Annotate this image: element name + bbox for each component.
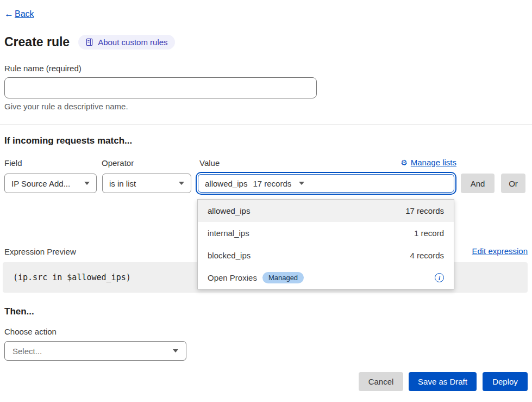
value-label: Value [199,158,220,168]
back-label: Back [15,9,34,19]
page-title: Create rule [4,35,70,50]
then-section-heading: Then... [4,306,34,317]
value-select[interactable]: allowed_ips 17 records [198,174,454,193]
manage-lists-link[interactable]: ⚙ Manage lists [400,158,456,167]
deploy-button[interactable]: Deploy [483,372,528,391]
list-item-meta: 17 records [405,206,444,215]
match-section-heading: If incoming requests match... [4,135,132,146]
field-select[interactable]: IP Source Add... [4,174,97,193]
operator-label: Operator [102,158,134,168]
list-item-allowed-ips[interactable]: allowed_ips 17 records [198,200,454,222]
list-item-name: Open Proxies [208,273,257,282]
left-arrow-icon: ← [4,9,14,20]
or-button[interactable]: Or [501,174,525,193]
managed-badge: Managed [262,272,304,283]
chevron-down-icon [179,182,184,185]
list-item-name: allowed_ips [208,206,250,215]
value-dropdown-panel: allowed_ips 17 records internal_ips 1 re… [197,199,454,289]
operator-select[interactable]: is in list [102,174,191,193]
about-custom-rules-link[interactable]: About custom rules [78,35,174,50]
rule-name-input[interactable] [4,77,317,98]
info-icon[interactable]: i [435,273,444,282]
edit-expression-link[interactable]: Edit expression [472,246,528,256]
section-divider [0,125,532,125]
choose-action-label: Choose action [4,327,57,336]
and-button[interactable]: And [461,174,495,193]
list-item-meta: 4 records [410,251,444,260]
expression-code: (ip.src in $allowed_ips) [13,273,131,282]
chevron-down-icon [173,349,178,352]
list-item-open-proxies[interactable]: Open Proxies Managed i [198,267,454,289]
cancel-button[interactable]: Cancel [359,372,403,391]
action-select-placeholder: Select... [12,347,173,356]
action-select[interactable]: Select... [4,341,186,361]
field-select-value: IP Source Add... [11,179,84,188]
manage-lists-label: Manage lists [411,158,456,167]
gear-icon: ⚙ [400,158,408,167]
save-as-draft-button[interactable]: Save as Draft [409,372,477,391]
value-select-value: allowed_ips [205,179,247,188]
value-select-meta: 17 records [253,179,291,188]
back-link[interactable]: ← Back [4,9,34,20]
list-item-name: internal_ips [208,228,249,238]
rule-name-helper: Give your rule a descriptive name. [4,102,128,111]
list-item-name: blocked_ips [208,251,251,260]
operator-select-value: is in list [109,179,179,188]
rule-name-label: Rule name (required) [4,64,82,73]
list-item-internal-ips[interactable]: internal_ips 1 record [198,222,454,244]
chevron-down-icon [84,182,90,185]
page-header: Create rule About custom rules [4,35,175,50]
list-item-blocked-ips[interactable]: blocked_ips 4 records [198,244,454,267]
list-item-meta: 1 record [414,228,444,238]
about-badge-label: About custom rules [98,38,167,47]
field-label: Field [4,158,22,168]
book-icon [85,38,93,46]
chevron-down-icon [299,182,304,185]
expression-preview-label: Expression Preview [4,247,76,256]
